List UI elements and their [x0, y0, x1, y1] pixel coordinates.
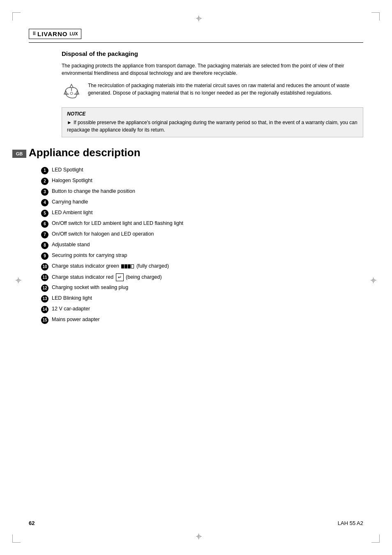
item-text: On/Off switch for halogen and LED operat…: [52, 231, 363, 238]
reg-mark-bottom: [196, 534, 202, 539]
item-number: 11: [41, 274, 48, 281]
item-number: 12: [41, 284, 48, 292]
disposal-para1: The packaging protects the appliance fro…: [62, 62, 363, 77]
notice-arrow: ►: [67, 120, 72, 125]
reg-mark-top: [196, 16, 202, 21]
appliance-section: GB Appliance description 1LED Spotlight2…: [29, 146, 363, 324]
disposal-row: The recirculation of packaging materials…: [62, 82, 363, 102]
charge-green-icon: [121, 264, 134, 268]
page-number: 62: [29, 520, 35, 526]
list-item: 4Carrying handle: [41, 199, 363, 206]
reg-mark-right: [371, 278, 376, 283]
item-number: 4: [41, 199, 48, 206]
item-text: Charge status indicator green (fully cha…: [52, 263, 363, 270]
list-item: 10Charge status indicator green (fully c…: [41, 263, 363, 271]
item-number: 2: [41, 178, 48, 185]
item-text: Charging socket with sealing plug: [52, 284, 363, 291]
recycle-icon: [62, 83, 81, 102]
logo-box: ⠿ LIVARNO LUX: [29, 29, 81, 39]
item-text: Carrying handle: [52, 199, 363, 206]
reg-mark-left: [16, 278, 21, 283]
item-number: 13: [41, 295, 48, 303]
list-item: 15Mains power adapter: [41, 316, 363, 324]
item-number: 15: [41, 317, 48, 324]
list-item: 2Halogen Spotlight: [41, 177, 363, 185]
svg-point-0: [70, 92, 73, 95]
item-text: Adjustable stand: [52, 241, 363, 249]
item-number: 6: [41, 220, 48, 228]
item-number: 7: [41, 231, 48, 238]
list-item: 8Adjustable stand: [41, 241, 363, 249]
disposal-heading: Disposal of the packaging: [62, 50, 363, 57]
item-text: Charge status indicator red ↵ (being cha…: [52, 273, 363, 281]
item-number: 5: [41, 210, 48, 217]
item-number: 1: [41, 167, 48, 174]
list-item: 7On/Off switch for halogen and LED opera…: [41, 231, 363, 238]
item-text: Mains power adapter: [52, 316, 363, 324]
item-text: Halogen Spotlight: [52, 177, 363, 185]
item-text: On/Off switch for LED ambient light and …: [52, 220, 363, 227]
disposal-section: The packaging protects the appliance fro…: [62, 62, 363, 137]
list-item: 5LED Ambient light: [41, 209, 363, 217]
logo-brand: LIVARNO: [37, 30, 67, 37]
item-text: LED Blinking light: [52, 295, 363, 302]
notice-title: NOTICE: [67, 111, 358, 117]
crop-mark-br: [371, 534, 380, 543]
item-number: 3: [41, 188, 48, 196]
item-text: LED Spotlight: [52, 166, 363, 174]
list-item: 9Securing points for carrying strap: [41, 252, 363, 260]
item-number: 8: [41, 242, 48, 249]
footer: 62 LAH 55 A2: [29, 520, 363, 526]
list-item: 13LED Blinking light: [41, 295, 363, 303]
item-number: 9: [41, 252, 48, 260]
charge-red-icon: ↵: [116, 273, 124, 281]
crop-mark-bl: [12, 534, 21, 543]
item-text: Securing points for carrying strap: [52, 252, 363, 259]
list-item: 1LED Spotlight: [41, 166, 363, 174]
list-item: 6On/Off switch for LED ambient light and…: [41, 220, 363, 228]
list-item: 3Button to change the handle position: [41, 188, 363, 196]
page: ⠿ LIVARNO LUX Disposal of the packaging …: [0, 0, 392, 555]
gb-tab: GB: [12, 150, 26, 158]
logo-lux: LUX: [69, 32, 78, 36]
list-item: 12Charging socket with sealing plug: [41, 284, 363, 292]
crop-mark-tl: [12, 12, 21, 21]
item-text: 12 V car-adapter: [52, 305, 363, 313]
list-item: 1412 V car-adapter: [41, 305, 363, 313]
item-text: Button to change the handle position: [52, 188, 363, 195]
logo-area: ⠿ LIVARNO LUX: [29, 29, 363, 43]
item-number: 10: [41, 263, 48, 271]
notice-text: ►If possible preserve the appliance's or…: [67, 119, 358, 134]
item-number: 14: [41, 306, 48, 313]
item-text: LED Ambient light: [52, 209, 363, 217]
crop-mark-tr: [371, 12, 380, 21]
model-label: LAH 55 A2: [338, 520, 363, 526]
appliance-items-list: 1LED Spotlight2Halogen Spotlight3Button …: [41, 166, 363, 324]
disposal-para2: The recirculation of packaging materials…: [88, 82, 363, 97]
logo-icon: ⠿: [32, 31, 36, 37]
main-content: ⠿ LIVARNO LUX Disposal of the packaging …: [29, 29, 363, 526]
notice-box: NOTICE ►If possible preserve the applian…: [62, 107, 363, 137]
list-item: 11Charge status indicator red ↵ (being c…: [41, 273, 363, 281]
appliance-heading: Appliance description: [29, 146, 363, 159]
